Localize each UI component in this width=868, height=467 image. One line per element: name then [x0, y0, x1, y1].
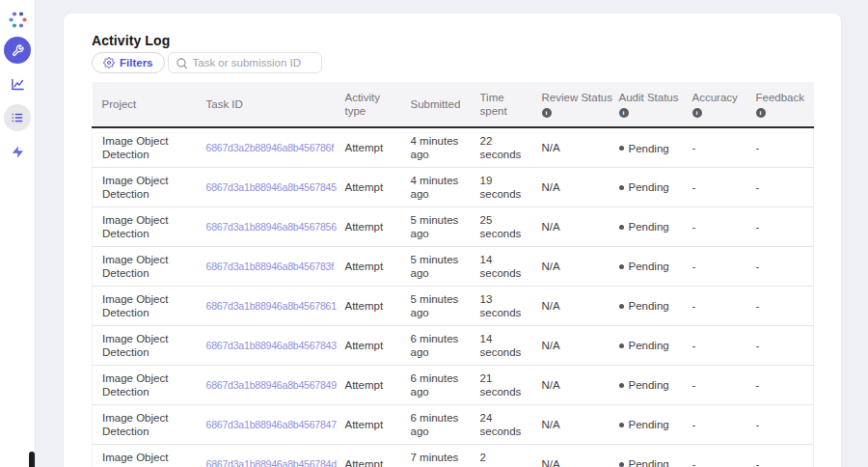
- task-id-link[interactable]: 6867d3a1b88946a8b4567849: [206, 378, 326, 392]
- scrollbar-thumb[interactable]: [29, 452, 35, 467]
- info-icon[interactable]: i: [692, 108, 702, 118]
- sidebar-item-activity-log[interactable]: [4, 104, 31, 131]
- toolbar: Filters: [92, 52, 322, 73]
- filters-button[interactable]: Filters: [92, 52, 165, 73]
- table-row: Image Object Detection 6867d3a2b88946a8b…: [93, 127, 814, 167]
- col-header-time-spent: Time spent: [471, 82, 532, 127]
- cell-task-id: 6867d3a1b88946a8b4567849: [197, 365, 336, 404]
- task-id-link[interactable]: 6867d3a1b88946a8b4567845: [206, 180, 326, 194]
- pending-status-dot: [619, 185, 624, 190]
- cell-accuracy: -: [683, 246, 746, 286]
- cell-project: Image Object Detection: [93, 404, 197, 444]
- cell-project: Image Object Detection: [93, 167, 197, 206]
- col-header-audit-status: Audit Status i: [610, 82, 683, 127]
- info-icon[interactable]: i: [542, 108, 552, 118]
- status-badge: Pending: [629, 299, 669, 313]
- status-badge: Pending: [629, 142, 669, 155]
- cell-submitted: 4 minutes ago: [401, 127, 471, 167]
- task-id-link[interactable]: 6867d3a1b88946a8b4567843: [206, 339, 326, 352]
- cell-time-spent: 19 seconds: [471, 167, 532, 206]
- cell-accuracy: -: [683, 365, 746, 404]
- cell-submitted: 6 minutes ago: [401, 365, 471, 404]
- cell-accuracy: -: [683, 404, 746, 444]
- status-badge: Pending: [629, 260, 669, 273]
- cell-time-spent: 2 minutes: [471, 444, 532, 467]
- cell-audit-status: Pending: [610, 127, 683, 167]
- cell-project: Image Object Detection: [93, 365, 197, 404]
- cell-feedback: -: [746, 286, 814, 325]
- cell-audit-status: Pending: [610, 404, 683, 444]
- pending-status-dot: [619, 225, 624, 230]
- cell-audit-status: Pending: [610, 325, 683, 365]
- table-row: Image Object Detection 6867d3a1b88946a8b…: [93, 246, 814, 286]
- activity-table: Project Task ID Activity type Submitted …: [92, 82, 813, 467]
- cell-time-spent: 24 seconds: [471, 404, 532, 444]
- cell-task-id: 6867d3a1b88946a8b456784d: [197, 444, 336, 467]
- pending-status-dot: [619, 462, 624, 467]
- info-icon[interactable]: i: [619, 108, 629, 118]
- cell-audit-status: Pending: [610, 286, 683, 325]
- cell-feedback: -: [746, 404, 814, 444]
- cell-review-status: N/A: [532, 206, 610, 246]
- cell-activity-type: Attempt: [336, 286, 401, 325]
- cell-review-status: N/A: [532, 246, 610, 286]
- search-field: [168, 52, 322, 73]
- task-id-link[interactable]: 6867d3a2b88946a8b456786f: [206, 141, 326, 154]
- cell-project: Image Object Detection: [93, 444, 197, 467]
- cell-task-id: 6867d3a1b88946a8b4567843: [197, 325, 336, 365]
- cell-review-status: N/A: [532, 167, 610, 206]
- cell-submitted: 6 minutes ago: [401, 404, 471, 444]
- cell-task-id: 6867d3a1b88946a8b4567845: [197, 167, 336, 206]
- task-id-link[interactable]: 6867d3a1b88946a8b456783f: [206, 260, 326, 273]
- task-id-link[interactable]: 6867d3a1b88946a8b4567847: [206, 418, 326, 431]
- logo-icon[interactable]: [8, 10, 28, 30]
- cell-time-spent: 13 seconds: [471, 286, 532, 325]
- sidebar: [0, 0, 36, 467]
- cell-submitted: 5 minutes ago: [401, 206, 471, 246]
- cell-task-id: 6867d3a1b88946a8b4567847: [197, 404, 336, 444]
- pending-status-dot: [619, 423, 624, 427]
- cell-submitted: 4 minutes ago: [401, 167, 471, 206]
- task-id-link[interactable]: 6867d3a1b88946a8b4567856: [206, 220, 326, 234]
- info-icon[interactable]: i: [756, 108, 766, 118]
- cell-audit-status: Pending: [610, 365, 683, 404]
- cell-accuracy: -: [683, 206, 746, 246]
- sidebar-item-quick-actions[interactable]: [4, 138, 31, 165]
- cell-activity-type: Attempt: [336, 365, 401, 404]
- cell-project: Image Object Detection: [93, 206, 197, 246]
- pending-status-dot: [619, 304, 624, 309]
- cell-project: Image Object Detection: [93, 246, 197, 286]
- cell-audit-status: Pending: [610, 206, 683, 246]
- col-header-activity-type: Activity type: [336, 82, 401, 127]
- cell-accuracy: -: [683, 127, 746, 167]
- gear-icon: [103, 57, 115, 69]
- cell-feedback: -: [746, 206, 814, 246]
- status-badge: Pending: [629, 180, 669, 194]
- lightning-icon: [11, 145, 25, 159]
- table-row: Image Object Detection 6867d3a1b88946a8b…: [93, 365, 814, 404]
- cell-activity-type: Attempt: [336, 246, 401, 286]
- cell-time-spent: 21 seconds: [471, 365, 532, 404]
- sidebar-item-tools[interactable]: [4, 37, 31, 64]
- cell-feedback: -: [746, 365, 814, 404]
- cell-review-status: N/A: [532, 444, 610, 467]
- cell-feedback: -: [746, 246, 814, 286]
- chart-icon: [11, 77, 25, 92]
- cell-accuracy: -: [683, 325, 746, 365]
- search-icon: [176, 57, 188, 69]
- task-id-link[interactable]: 6867d3a1b88946a8b456784d: [206, 457, 326, 467]
- cell-submitted: 6 minutes ago: [401, 325, 471, 365]
- cell-activity-type: Attempt: [336, 444, 401, 467]
- col-header-task-id: Task ID: [197, 82, 336, 127]
- cell-project: Image Object Detection: [93, 127, 197, 167]
- cell-accuracy: -: [683, 286, 746, 325]
- status-badge: Pending: [629, 457, 669, 467]
- cell-submitted: 7 minutes ago: [401, 444, 471, 467]
- cell-accuracy: -: [683, 167, 746, 206]
- sidebar-item-analytics[interactable]: [4, 70, 31, 97]
- pending-status-dot: [619, 264, 624, 269]
- pending-status-dot: [619, 383, 624, 388]
- col-header-project: Project: [93, 82, 197, 127]
- search-input[interactable]: [168, 52, 322, 73]
- task-id-link[interactable]: 6867d3a1b88946a8b4567861: [206, 299, 326, 313]
